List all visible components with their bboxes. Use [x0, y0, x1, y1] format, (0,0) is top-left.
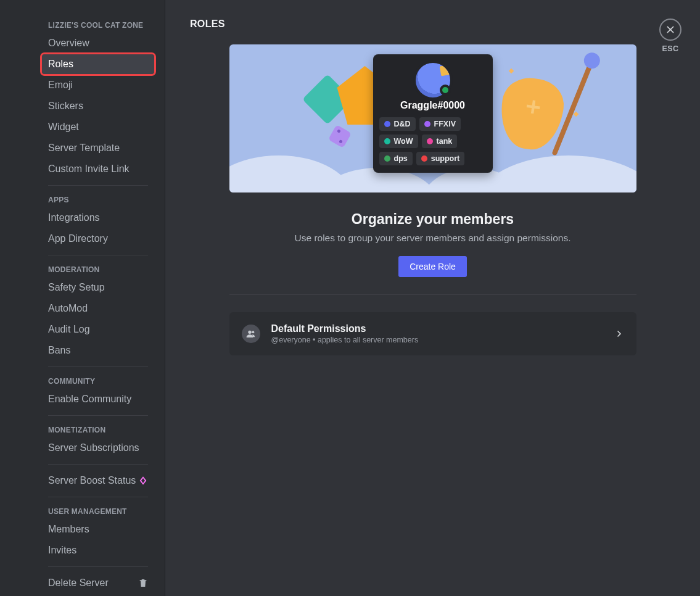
page-title: ROLES — [190, 19, 675, 30]
sparkle-icon — [508, 68, 513, 73]
role-chip: support — [416, 152, 465, 165]
trash-icon — [138, 578, 148, 588]
roles-hero-illustration: Graggle#0000 D&D FFXIV WoW tank dps supp… — [229, 44, 636, 192]
sidebar-item-custom-invite-link[interactable]: Custom Invite Link — [42, 159, 154, 179]
divider — [48, 185, 148, 186]
role-chip: tank — [422, 135, 458, 148]
role-chip: WoW — [379, 135, 418, 148]
sidebar-item-enable-community[interactable]: Enable Community — [42, 389, 154, 409]
status-online-icon — [440, 85, 451, 96]
sidebar-item-integrations[interactable]: Integrations — [42, 208, 154, 228]
sidebar-item-server-template[interactable]: Server Template — [42, 138, 154, 158]
create-role-button[interactable]: Create Role — [398, 256, 467, 277]
role-chip: D&D — [379, 117, 416, 131]
divider — [48, 415, 148, 416]
role-chip: dps — [379, 152, 413, 165]
divider — [48, 255, 148, 255]
role-color-dot — [384, 138, 390, 144]
sidebar-item-bans[interactable]: Bans — [42, 341, 154, 360]
sidebar-item-emoji[interactable]: Emoji — [42, 75, 154, 95]
sidebar-item-automod[interactable]: AutoMod — [42, 299, 154, 318]
sidebar-item-invites[interactable]: Invites — [42, 540, 154, 560]
section-apps: APPS — [42, 192, 154, 208]
server-name-header: LIZZIE'S COOL CAT ZONE — [42, 17, 154, 33]
members-icon — [242, 325, 260, 343]
svg-point-1 — [252, 331, 254, 333]
sidebar-item-server-subscriptions[interactable]: Server Subscriptions — [42, 438, 154, 458]
content-area: ESC ROLES Graggle#0000 D&D FFXIV WoW tan… — [165, 0, 700, 596]
role-color-dot — [427, 138, 433, 144]
role-chip-list: D&D FFXIV WoW tank dps support — [379, 117, 487, 165]
roles-promo: Organize your members Use roles to group… — [229, 211, 636, 277]
role-color-dot — [384, 121, 390, 127]
role-color-dot — [424, 121, 430, 127]
close-button[interactable] — [659, 19, 681, 41]
sidebar-item-members[interactable]: Members — [42, 519, 154, 539]
username: Graggle#0000 — [379, 100, 487, 111]
sidebar-item-app-directory[interactable]: App Directory — [42, 229, 154, 249]
sidebar-item-delete-server[interactable]: Delete Server — [42, 573, 154, 593]
sidebar-item-stickers[interactable]: Stickers — [42, 96, 154, 116]
section-user-management: USER MANAGEMENT — [42, 503, 154, 519]
divider — [48, 497, 148, 497]
promo-sub: Use roles to group your server members a… — [229, 233, 636, 244]
section-community: COMMUNITY — [42, 373, 154, 389]
default-permissions-row[interactable]: Default Permissions @everyone • applies … — [229, 312, 636, 355]
sidebar-item-server-boost-status[interactable]: Server Boost Status — [42, 471, 154, 490]
sidebar-item-audit-log[interactable]: Audit Log — [42, 320, 154, 339]
default-permissions-sub: @everyone • applies to all server member… — [271, 336, 614, 344]
default-permissions-title: Default Permissions — [271, 323, 614, 334]
sidebar-item-overview[interactable]: Overview — [42, 33, 154, 53]
sidebar-item-roles[interactable]: Roles — [42, 54, 154, 74]
role-chip: FFXIV — [419, 117, 461, 131]
svg-point-0 — [248, 331, 251, 334]
divider — [48, 366, 148, 367]
promo-heading: Organize your members — [229, 211, 636, 228]
section-moderation: MODERATION — [42, 262, 154, 278]
sparkle-icon — [573, 112, 578, 117]
role-color-dot — [384, 155, 390, 162]
divider — [229, 294, 636, 295]
sidebar-item-widget[interactable]: Widget — [42, 117, 154, 137]
chevron-right-icon — [614, 329, 624, 339]
sidebar-item-safety-setup[interactable]: Safety Setup — [42, 278, 154, 297]
settings-sidebar: LIZZIE'S COOL CAT ZONE Overview Roles Em… — [0, 0, 165, 596]
sample-profile-card: Graggle#0000 D&D FFXIV WoW tank dps supp… — [373, 54, 493, 173]
divider — [48, 464, 148, 465]
close-label: ESC — [659, 44, 681, 53]
boost-gem-icon — [138, 476, 148, 486]
divider — [48, 566, 148, 567]
role-color-dot — [421, 155, 427, 162]
section-monetization: MONETIZATION — [42, 422, 154, 438]
